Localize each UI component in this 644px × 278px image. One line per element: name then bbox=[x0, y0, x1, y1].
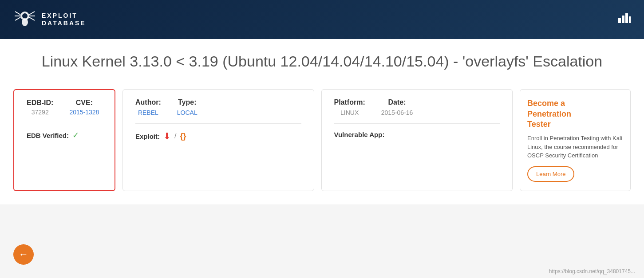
edb-id-card: EDB-ID: 37292 CVE: 2015-1328 EDB Verifie… bbox=[13, 89, 115, 191]
platform-value: LINUX bbox=[340, 109, 359, 116]
vulnerable-app-row: Vulnerable App: bbox=[334, 131, 500, 138]
date-value: 2015-06-16 bbox=[381, 109, 413, 116]
type-field: Type: LOCAL bbox=[177, 98, 198, 116]
cve-label: CVE: bbox=[76, 99, 93, 107]
svg-rect-9 bbox=[618, 18, 621, 23]
cards-row: EDB-ID: 37292 CVE: 2015-1328 EDB Verifie… bbox=[13, 89, 631, 191]
promo-title: Become aPenetrationTester bbox=[527, 98, 623, 129]
edb-id-field: EDB-ID: 37292 bbox=[27, 99, 53, 116]
page-title-area: Linux Kernel 3.13.0 < 3.19 (Ubuntu 12.04… bbox=[0, 39, 644, 80]
edb-id-value: 37292 bbox=[32, 109, 49, 116]
svg-line-2 bbox=[15, 12, 20, 15]
promo-learn-more-button[interactable]: Learn More bbox=[527, 166, 574, 182]
slash-separator: / bbox=[174, 132, 176, 140]
svg-line-7 bbox=[29, 17, 35, 20]
svg-rect-10 bbox=[622, 16, 624, 23]
verified-checkmark: ✓ bbox=[72, 130, 79, 140]
code-braces-icon[interactable]: {} bbox=[180, 132, 186, 141]
promo-card: Become aPenetrationTester Enroll in Pene… bbox=[520, 89, 631, 191]
svg-point-1 bbox=[22, 13, 28, 19]
edb-id-top: EDB-ID: 37292 CVE: 2015-1328 bbox=[27, 99, 102, 123]
author-type-top: Author: REBEL Type: LOCAL bbox=[135, 98, 301, 124]
edb-id-label: EDB-ID: bbox=[27, 99, 53, 107]
svg-rect-11 bbox=[625, 13, 628, 23]
type-value: LOCAL bbox=[177, 109, 198, 116]
type-label: Type: bbox=[178, 98, 196, 106]
download-icon[interactable]: ⬇ bbox=[163, 131, 171, 141]
edb-verified-row: EDB Verified: ✓ bbox=[27, 130, 102, 140]
logo-text: EXPLOIT DATABASE bbox=[42, 12, 86, 27]
platform-date-top: Platform: LINUX Date: 2015-06-16 bbox=[334, 98, 500, 124]
platform-date-card: Platform: LINUX Date: 2015-06-16 Vulnera… bbox=[321, 89, 513, 191]
cve-field: CVE: 2015-1328 bbox=[69, 99, 99, 116]
exploit-row: Exploit: ⬇ / {} bbox=[135, 131, 301, 141]
svg-line-4 bbox=[15, 17, 20, 20]
platform-label: Platform: bbox=[334, 98, 365, 106]
exploit-label: Exploit: bbox=[135, 133, 160, 140]
date-label: Date: bbox=[388, 98, 406, 106]
author-field: Author: REBEL bbox=[135, 98, 161, 116]
svg-rect-12 bbox=[629, 16, 631, 23]
promo-text: Enroll in Penetration Testing with Kali … bbox=[527, 134, 623, 160]
exploit-icons: ⬇ / {} bbox=[163, 131, 186, 141]
svg-point-8 bbox=[22, 18, 28, 26]
site-header: EXPLOIT DATABASE bbox=[0, 0, 644, 39]
author-label: Author: bbox=[135, 98, 161, 106]
vulnerable-app-label: Vulnerable App: bbox=[334, 131, 385, 138]
main-content: EDB-ID: 37292 CVE: 2015-1328 EDB Verifie… bbox=[0, 80, 644, 204]
page-title: Linux Kernel 3.13.0 < 3.19 (Ubuntu 12.04… bbox=[18, 51, 626, 71]
author-value: REBEL bbox=[138, 109, 158, 116]
edb-verified-label: EDB Verified: bbox=[27, 132, 69, 139]
logo-icon bbox=[13, 8, 36, 31]
author-type-card: Author: REBEL Type: LOCAL Exploit: ⬇ / {… bbox=[122, 89, 314, 191]
logo-area: EXPLOIT DATABASE bbox=[13, 8, 86, 31]
stats-icon[interactable] bbox=[618, 13, 631, 26]
date-field: Date: 2015-06-16 bbox=[381, 98, 413, 116]
platform-field: Platform: LINUX bbox=[334, 98, 365, 116]
cve-value: 2015-1328 bbox=[69, 109, 99, 116]
svg-line-5 bbox=[29, 12, 35, 15]
